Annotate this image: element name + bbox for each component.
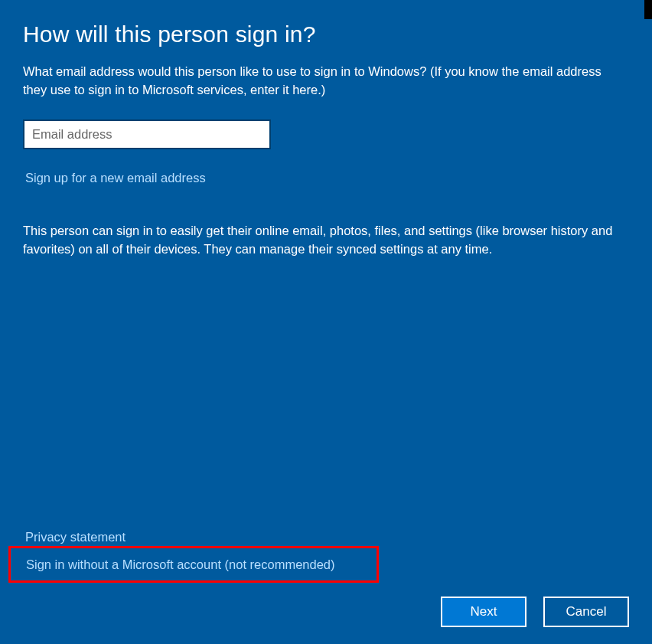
bottom-links-area: Privacy statement [23, 530, 126, 544]
dialog-container: How will this person sign in? What email… [0, 0, 652, 644]
highlight-annotation: Sign in without a Microsoft account (not… [8, 546, 379, 583]
email-input[interactable] [23, 119, 271, 149]
cancel-button[interactable]: Cancel [543, 597, 629, 627]
privacy-statement-link[interactable]: Privacy statement [25, 530, 126, 544]
sign-in-without-account-link[interactable]: Sign in without a Microsoft account (not… [26, 557, 335, 572]
button-row: Next Cancel [441, 597, 629, 627]
sync-info-text: This person can sign in to easily get th… [23, 222, 628, 259]
instruction-text: What email address would this person lik… [23, 63, 628, 100]
page-title: How will this person sign in? [23, 21, 629, 47]
signup-new-email-link[interactable]: Sign up for a new email address [25, 171, 206, 185]
next-button[interactable]: Next [441, 597, 526, 627]
